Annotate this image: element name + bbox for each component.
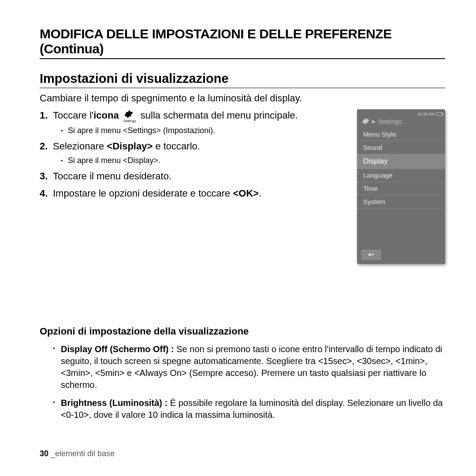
device-time: 01:25 PM	[417, 112, 435, 116]
step-4-pre: Impostare le opzioni desiderate e toccar…	[53, 188, 233, 199]
device-mock: 01:25 PM ▶ Settings Menu Style Sound Dis…	[357, 109, 445, 264]
options-list: Display Off (Schermo Off) : Se non si pr…	[40, 343, 445, 421]
step-1-post: sulla schermata del menu principale.	[141, 110, 298, 121]
device-header-title: Settings	[378, 118, 402, 125]
step-2-bold: <Display>	[107, 141, 152, 152]
section-title: Impostazioni di visualizzazione	[40, 71, 445, 88]
step-2-pre: Selezionare	[53, 141, 107, 152]
options-title: Opzioni di impostazione della visualizza…	[40, 326, 445, 337]
back-button[interactable]	[361, 250, 381, 260]
step-1-sub: Si apre il menu <Settings> (Impostazioni…	[61, 126, 348, 136]
step-2: Selezionare <Display> e toccarlo. Si apr…	[40, 140, 348, 166]
step-3: Toccare il menu desiderato.	[40, 170, 348, 183]
chapter-title: MODIFICA DELLE IMPOSTAZIONI E DELLE PREF…	[40, 26, 445, 59]
option-2-bold: Brightness (Luminosità) :	[61, 398, 170, 408]
step-1: Toccare l'icona Settings sulla schermata…	[40, 109, 348, 136]
step-4: Impostare le opzioni desiderate e toccar…	[40, 187, 348, 200]
battery-icon	[436, 112, 443, 116]
page-number: 30	[40, 449, 48, 458]
footer-section: elementi dil base	[55, 449, 115, 458]
device-item-sound[interactable]: Sound	[357, 141, 445, 154]
back-arrow-icon	[368, 252, 375, 257]
option-display-off: Display Off (Schermo Off) : Se non si pr…	[53, 343, 445, 391]
play-icon: ▶	[372, 119, 376, 124]
device-item-time[interactable]: Time	[357, 182, 445, 195]
intro-text: Cambiare il tempo di spegnimento e la lu…	[40, 93, 445, 104]
step-2-post: e toccarlo.	[152, 141, 200, 152]
gear-icon	[361, 117, 369, 125]
settings-icon: Settings	[123, 109, 136, 123]
footer-sep: _	[48, 449, 55, 458]
device-header: ▶ Settings	[357, 117, 445, 128]
device-statusbar: 01:25 PM	[357, 112, 445, 117]
device-item-system[interactable]: System	[357, 195, 445, 208]
steps-column: Toccare l'icona Settings sulla schermata…	[40, 109, 348, 264]
step-4-bold: <OK>	[233, 188, 259, 199]
step-1-bold: icona	[93, 110, 119, 121]
option-brightness: Brightness (Luminosità) : È possibile re…	[53, 397, 445, 421]
settings-icon-caption: Settings	[123, 119, 136, 123]
step-2-sub: Si apre il menu <Display>.	[61, 156, 348, 166]
option-1-bold: Display Off (Schermo Off) :	[61, 344, 176, 354]
device-item-display[interactable]: Display	[357, 154, 445, 169]
step-4-post: .	[259, 188, 261, 199]
page-footer: 30 _elementi dil base	[40, 449, 115, 458]
device-menu-list: Menu Style Sound Display Language Time S…	[357, 128, 445, 208]
device-item-menustyle[interactable]: Menu Style	[357, 128, 445, 141]
device-item-language[interactable]: Language	[357, 169, 445, 182]
step-1-pre: Toccare l'	[53, 110, 93, 121]
